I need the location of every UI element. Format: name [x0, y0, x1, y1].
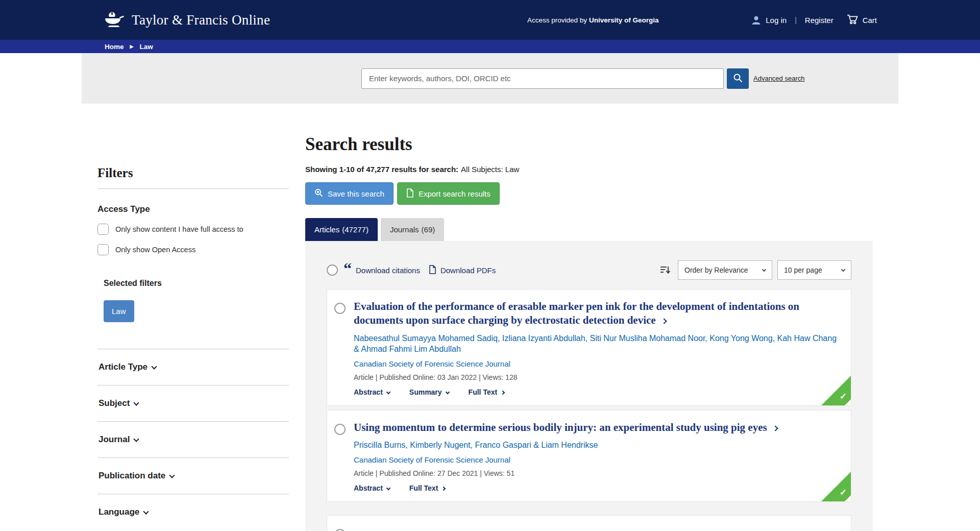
full-text-link[interactable]: Full Text [469, 388, 505, 396]
export-file-icon [406, 188, 414, 199]
chevron-down-icon [386, 390, 390, 394]
result-checkbox[interactable] [334, 529, 346, 531]
filters-sidebar: Filters Access Type Only show content I … [97, 104, 289, 530]
access-note: Access provided byUniversity of Georgia [527, 16, 659, 24]
chevron-down-icon [151, 364, 157, 369]
save-search-icon [314, 188, 323, 199]
select-all-checkbox[interactable] [327, 264, 338, 276]
filters-divider [97, 188, 289, 189]
full-access-label: Only show content I have full access to [115, 225, 243, 233]
check-icon: ✓ [840, 487, 847, 498]
sort-icon[interactable] [660, 266, 670, 275]
advanced-search-link[interactable]: Advanced search [753, 75, 804, 82]
page-title: Search results [305, 134, 873, 155]
login-link[interactable]: Log in [766, 16, 787, 25]
pdf-icon [429, 265, 436, 276]
chevron-down-icon [841, 267, 845, 271]
chevron-down-icon [762, 267, 766, 271]
breadcrumb: Home ▶ Law [82, 40, 898, 53]
access-org: University of Georgia [589, 16, 659, 24]
chevron-right-icon [442, 486, 446, 490]
full-access-checkbox[interactable] [97, 224, 109, 235]
register-link[interactable]: Register [805, 16, 834, 25]
logo-text: Taylor & Francis Online [132, 12, 270, 28]
download-citations-link[interactable]: “ Download citations [344, 266, 420, 275]
tab-articles[interactable]: Articles (47277) [305, 218, 378, 241]
result-checkbox[interactable] [334, 424, 346, 435]
results-toolbar: “ Download citations Download PDFs [327, 260, 851, 280]
open-access-checkbox[interactable] [97, 244, 109, 255]
chevron-right-icon [501, 391, 505, 395]
order-by-select[interactable]: Order by Relevance [678, 260, 772, 280]
summary-link[interactable]: Summary [409, 388, 449, 396]
breadcrumb-home[interactable]: Home [105, 43, 124, 51]
breadcrumb-current[interactable]: Law [139, 43, 153, 51]
results-summary-query: All Subjects: Law [461, 165, 519, 174]
check-icon: ✓ [840, 391, 847, 402]
chevron-down-icon [134, 400, 139, 405]
breadcrumb-bar: Home ▶ Law [0, 40, 980, 53]
filter-full-access-option[interactable]: Only show content I have full access to [97, 224, 289, 235]
chevron-down-icon [386, 486, 390, 490]
result-meta: Article | Published Online: 03 Jan 2022 … [354, 373, 839, 381]
search-band: Advanced search [82, 53, 898, 104]
tab-journals-count: (69) [422, 225, 435, 234]
results-main: Search results Showing 1-10 of 47,277 re… [305, 104, 873, 531]
quote-icon: “ [344, 266, 352, 274]
open-access-label: Only show Open Access [115, 246, 195, 254]
results-summary-count: Showing 1-10 of 47,277 results for searc… [305, 165, 458, 174]
filters-title: Filters [97, 166, 289, 180]
result-journal-link[interactable]: Canadian Society of Forensic Science Jou… [354, 359, 510, 368]
save-search-button[interactable]: Save this search [305, 182, 394, 205]
lamp-logo-icon [102, 10, 126, 30]
filter-section-subject[interactable]: Subject [97, 385, 289, 421]
results-panel: “ Download citations Download PDFs [305, 241, 873, 531]
result-title-link[interactable]: Using momentum to determine serious bodi… [354, 421, 839, 435]
result-authors[interactable]: Priscilla Burns, Kimberly Nugent, Franco… [354, 440, 839, 451]
result-links: Abstract Full Text [354, 484, 839, 492]
search-button[interactable] [727, 68, 749, 89]
filter-section-journal[interactable]: Journal [97, 421, 289, 457]
account-links: Log in | Register Cart [751, 14, 877, 26]
export-results-button[interactable]: Export search results [397, 182, 500, 205]
tab-journals[interactable]: Journals (69) [381, 218, 444, 241]
results-summary: Showing 1-10 of 47,277 results for searc… [305, 165, 873, 174]
result-authors[interactable]: Nabeesathul Sumayya Mohamed Sadiq, Izlia… [354, 333, 839, 355]
filter-section-publication-date[interactable]: Publication date [97, 457, 289, 494]
access-type-title: Access Type [97, 204, 289, 214]
filter-section-article-type[interactable]: Article Type [97, 349, 289, 385]
chevron-down-icon [143, 509, 149, 514]
search-icon [733, 73, 743, 84]
chevron-right-icon [661, 319, 667, 324]
selected-filter-chip-law[interactable]: Law [104, 300, 134, 322]
result-checkbox[interactable] [334, 303, 346, 314]
per-page-select[interactable]: 10 per page [777, 260, 851, 280]
filter-section-language[interactable]: Language [97, 494, 289, 530]
download-pdfs-link[interactable]: Download PDFs [429, 265, 496, 276]
search-input[interactable] [361, 68, 724, 89]
top-header: Taylor & Francis Online Access provided … [0, 0, 980, 40]
chevron-down-icon [169, 472, 175, 478]
result-card: Using momentum to determine serious bodi… [327, 410, 851, 502]
person-icon [751, 15, 762, 26]
result-meta: Article | Published Online: 27 Dec 2021 … [354, 469, 839, 477]
abstract-link[interactable]: Abstract [354, 388, 390, 396]
result-card [327, 515, 851, 531]
breadcrumb-arrow-icon: ▶ [130, 44, 134, 49]
selected-filters-title: Selected filters [97, 279, 289, 288]
filter-sections: Article Type Subject Journal Publication… [97, 349, 289, 530]
abstract-link[interactable]: Abstract [354, 484, 390, 492]
chevron-right-icon [772, 425, 778, 431]
cart-link[interactable]: Cart [863, 16, 877, 25]
chevron-down-icon [134, 436, 139, 442]
results-tabs: Articles (47277) Journals (69) [305, 218, 873, 241]
result-title-link[interactable]: Evaluation of the performance of erasabl… [354, 300, 839, 328]
result-links: Abstract Summary Full Text [354, 388, 839, 396]
filter-open-access-option[interactable]: Only show Open Access [97, 244, 289, 255]
result-journal-link[interactable]: Canadian Society of Forensic Science Jou… [354, 455, 510, 464]
result-card: Evaluation of the performance of erasabl… [327, 289, 851, 406]
account-divider: | [795, 16, 797, 24]
tf-logo[interactable]: Taylor & Francis Online [102, 10, 270, 30]
cart-icon [847, 14, 859, 26]
full-text-link[interactable]: Full Text [409, 484, 446, 492]
